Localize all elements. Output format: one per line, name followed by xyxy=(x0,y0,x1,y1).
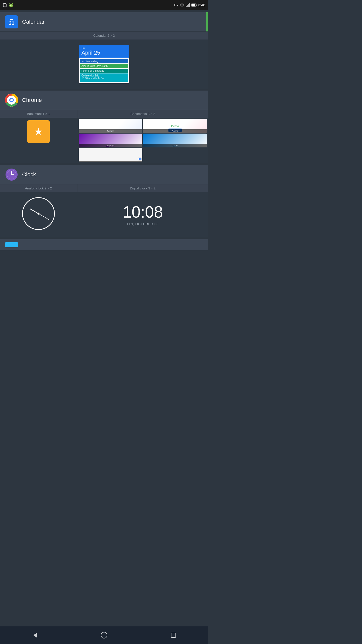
notification-icon xyxy=(3,3,7,7)
digital-clock-widget: 10:08 FRI, OCTOBER 05 xyxy=(77,192,208,237)
svg-point-12 xyxy=(182,6,182,7)
svg-point-31 xyxy=(11,174,12,175)
bookmark-picasa[interactable]: Picasa Get Google Picasa xyxy=(143,119,207,133)
svg-rect-16 xyxy=(189,3,190,7)
clock-app-icon xyxy=(5,168,18,181)
status-bar-right: 6:46 xyxy=(174,3,205,7)
cal-event-peter: Peter Fox's Birthday xyxy=(80,69,128,73)
battery-icon xyxy=(191,4,197,7)
bookmark-star-icon: ★ xyxy=(27,120,50,143)
android-icon xyxy=(9,3,14,8)
calendar-accent xyxy=(206,12,208,31)
time-display: 6:46 xyxy=(198,3,205,7)
chrome-app-row[interactable]: Chrome xyxy=(0,90,208,110)
bookmarks-label: Bookmarks 3 × 2 xyxy=(77,110,208,118)
svg-rect-0 xyxy=(3,4,6,7)
chrome-app-icon xyxy=(5,94,18,107)
key-icon xyxy=(174,4,178,7)
chrome-widget-row: Bookmark 1 × 1 ★ Bookmarks 3 × 2 G Googl… xyxy=(0,110,208,163)
analog-clock-cell: Analog clock 2 × 2 xyxy=(0,184,77,237)
svg-point-8 xyxy=(174,4,176,6)
digital-clock-label: Digital clock 3 × 2 xyxy=(77,184,208,192)
analog-clock-label: Analog clock 2 × 2 xyxy=(0,184,77,192)
cal-header: Fri April 25 xyxy=(79,45,129,58)
cal-event-coffee: Coffee with Eric10:00 am at Milk Bar xyxy=(80,73,128,82)
bottom-app-icon-partial xyxy=(5,242,18,247)
bookmarks-grid-cell: Bookmarks 3 × 2 G Google Picasa Get Goog… xyxy=(77,110,208,163)
bookmark-single-cell: Bookmark 1 × 1 ★ xyxy=(0,110,77,163)
svg-point-4 xyxy=(10,5,11,6)
chrome-app-name: Chrome xyxy=(22,97,42,103)
cal-event-alex: Alex in town (day 4 of 5) xyxy=(80,64,128,68)
wifi-icon xyxy=(180,3,184,7)
bookmarks-grid: G Google Picasa Get Google Picasa YAHOO!… xyxy=(77,118,208,163)
svg-rect-14 xyxy=(187,5,188,7)
calendar-widget: Fri April 25 ← Gina visiting Alex in tow… xyxy=(79,45,129,83)
status-bar: 6:46 xyxy=(0,0,208,10)
cal-day: Fri xyxy=(81,47,127,50)
digital-date-display: FRI, OCTOBER 05 xyxy=(127,222,158,226)
cal-event-gina: ← Gina visiting xyxy=(80,59,128,63)
svg-rect-18 xyxy=(192,4,195,6)
bookmark-single-widget: ★ xyxy=(0,118,77,145)
analog-clock-widget xyxy=(0,192,77,235)
svg-rect-13 xyxy=(186,6,187,7)
svg-point-24 xyxy=(10,99,13,101)
clock-widget-section: Analog clock 2 × 2 Digital clock 3 × 2 1… xyxy=(0,184,208,237)
clock-center-dot xyxy=(37,213,39,215)
calendar-widget-label: Calendar 2 × 3 xyxy=(0,32,208,39)
bookmark-google[interactable]: G Google xyxy=(79,119,143,133)
svg-point-5 xyxy=(12,5,12,6)
clock-app-row[interactable]: Clock xyxy=(0,165,208,184)
chrome-widget-section: Bookmark 1 × 1 ★ Bookmarks 3 × 2 G Googl… xyxy=(0,110,208,163)
svg-line-7 xyxy=(12,3,13,4)
svg-point-3 xyxy=(9,4,13,7)
calendar-widget-section: Calendar 2 × 3 Fri April 25 ← Gina visit… xyxy=(0,32,208,89)
clock-widget-row: Analog clock 2 × 2 Digital clock 3 × 2 1… xyxy=(0,184,208,237)
calendar-app-row[interactable]: ▬ 31 Calendar xyxy=(0,12,208,32)
bookmark-label: Bookmark 1 × 1 xyxy=(0,110,77,118)
cal-body: ← Gina visiting Alex in town (day 4 of 5… xyxy=(79,58,129,83)
calendar-app-name: Calendar xyxy=(22,19,44,25)
cal-date: April 25 xyxy=(81,50,127,56)
bottom-partial-app[interactable] xyxy=(0,239,208,250)
calendar-icon-date: 31 xyxy=(9,21,14,26)
bookmark-yahoo[interactable]: YAHOO! Yahoo! xyxy=(79,134,143,147)
status-bar-left xyxy=(3,3,14,8)
bookmark-chrome-last[interactable] xyxy=(79,148,143,162)
digital-time-display: 10:08 xyxy=(123,204,163,220)
clock-app-name: Clock xyxy=(22,171,36,178)
widget-list: ▬ 31 Calendar Calendar 2 × 3 Fri April 2… xyxy=(0,10,208,252)
svg-rect-19 xyxy=(196,5,197,6)
bookmark-msn[interactable]: MSN MSN xyxy=(143,134,207,147)
calendar-app-icon: ▬ 31 xyxy=(5,15,18,28)
svg-line-6 xyxy=(10,3,10,4)
signal-icon xyxy=(186,3,190,7)
minute-hand xyxy=(38,213,49,220)
analog-clock-face xyxy=(22,197,55,230)
svg-point-26 xyxy=(139,158,141,160)
svg-rect-15 xyxy=(188,4,189,7)
digital-clock-cell: Digital clock 3 × 2 10:08 FRI, OCTOBER 0… xyxy=(77,184,208,237)
